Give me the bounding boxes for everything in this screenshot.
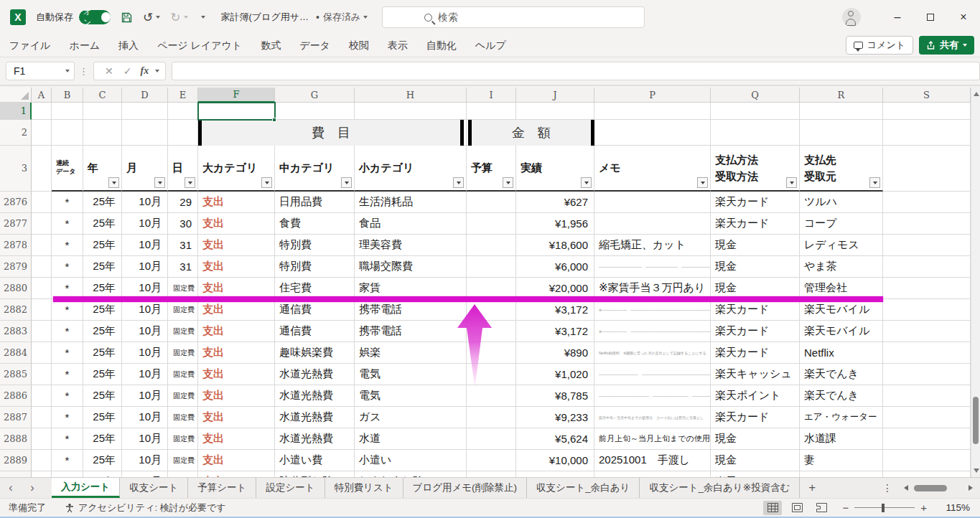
cell-cat1[interactable]: 支出 <box>198 385 275 407</box>
column-header-R[interactable]: R <box>800 88 883 103</box>
cell-memo[interactable] <box>594 471 711 477</box>
cell-budget[interactable] <box>467 213 516 235</box>
cell-month[interactable]: 10月 <box>122 213 168 235</box>
cell-payment-method[interactable]: 楽天キャッシュ <box>711 364 800 385</box>
header-memo[interactable]: メモ <box>594 146 711 192</box>
cell-A-2883[interactable] <box>32 321 52 342</box>
cell-month[interactable]: 10月 <box>122 428 168 450</box>
cell-cat3[interactable]: 携帯電話 <box>355 299 467 321</box>
sheet-tab-7[interactable]: 収支シート_余白あり <box>527 478 640 498</box>
cell-S-2882[interactable] <box>883 299 971 321</box>
tab-home[interactable]: ホーム <box>60 34 109 57</box>
cell-cat3[interactable]: 職場交際費 <box>355 256 467 278</box>
cell-S-2885[interactable] <box>883 364 971 385</box>
scroll-left-arrow-icon[interactable] <box>904 485 908 491</box>
cell-cat2[interactable]: 食費 <box>275 213 355 235</box>
cell-payee[interactable]: 水道課 <box>800 428 883 450</box>
cell-continuous-flag[interactable]: * <box>52 385 83 407</box>
tab-file[interactable]: ファイル <box>0 34 60 57</box>
cell-cat3[interactable]: 娯楽 <box>355 342 467 364</box>
cell-budget[interactable] <box>467 407 516 428</box>
cell-actual[interactable]: ¥9,233 <box>516 407 594 428</box>
row-header-2885[interactable]: 2885 <box>0 364 32 385</box>
row-header-2876[interactable]: 2876 <box>0 192 32 213</box>
cell-payment-method[interactable]: 現金 <box>711 450 800 471</box>
sheet-nav-left-arrow[interactable]: ‹ <box>0 478 22 498</box>
cell-cat1[interactable]: 支出 <box>198 213 275 235</box>
column-header-B[interactable]: B <box>52 88 83 103</box>
cell-year[interactable]: 25年 <box>83 407 122 428</box>
filter-button-Q[interactable] <box>786 177 797 188</box>
row-header-2888[interactable]: 2888 <box>0 428 32 450</box>
sheet-tab-4[interactable]: 設定シート <box>256 478 325 498</box>
vertical-scrollbar-thumb[interactable] <box>973 397 979 444</box>
cell-cat1[interactable]: 支出 <box>198 471 275 477</box>
cell-actual[interactable]: ¥627 <box>516 192 594 213</box>
cell-payment-method[interactable]: 楽天ポイント <box>711 385 800 407</box>
cell-continuous-flag[interactable] <box>52 471 83 477</box>
cell-continuous-flag[interactable]: * <box>52 428 83 450</box>
undo-button[interactable]: ↺ <box>143 10 160 25</box>
cell-C2[interactable] <box>83 120 122 146</box>
close-button[interactable]: × <box>947 0 980 34</box>
cell-cat3[interactable]: 個人年金保険 <box>355 471 467 477</box>
filter-button-R[interactable] <box>869 177 880 188</box>
cell-year[interactable]: 25年 <box>83 450 122 471</box>
header-renzoku-data[interactable]: 連続データ <box>52 146 83 192</box>
share-button[interactable]: 共有 <box>919 36 974 55</box>
cell-month[interactable]: 10月 <box>122 321 168 342</box>
header-cat3[interactable]: 小カテゴリ <box>355 146 467 192</box>
tab-view[interactable]: 表示 <box>378 34 417 57</box>
row-header-2886[interactable]: 2886 <box>0 385 32 407</box>
tab-automate[interactable]: 自動化 <box>417 34 466 57</box>
header-cat2[interactable]: 中カテゴリ <box>275 146 355 192</box>
cell-S-2888[interactable] <box>883 428 971 450</box>
filter-button-E[interactable] <box>185 177 195 188</box>
cell-J1[interactable] <box>516 103 594 120</box>
zoom-slider-thumb[interactable] <box>882 504 885 512</box>
row-header-2889[interactable]: 2889 <box>0 450 32 471</box>
cell-cat3[interactable]: 理美容費 <box>355 235 467 256</box>
cell-A[interactable] <box>32 146 52 192</box>
column-header-G[interactable]: G <box>275 88 355 103</box>
cell-continuous-flag[interactable]: * <box>52 299 83 321</box>
search-input[interactable] <box>438 11 610 23</box>
cell-cat2[interactable]: 特別費 <box>275 235 355 256</box>
cell-memo[interactable]: 縮毛矯正、カット <box>594 235 711 256</box>
restore-button[interactable] <box>914 0 947 34</box>
accessibility-status[interactable]: アクセシビリティ: 検討が必要です <box>65 501 226 514</box>
cell-memo[interactable] <box>594 213 711 235</box>
autosave-toggle[interactable]: オン <box>79 10 111 24</box>
header-month[interactable]: 月 <box>122 146 168 192</box>
cell-I1[interactable] <box>467 103 516 120</box>
cell-A-2880[interactable] <box>32 278 52 299</box>
cell-month[interactable]: 10月 <box>122 407 168 428</box>
cell-month[interactable]: 10月 <box>122 235 168 256</box>
cell-actual[interactable]: ¥10,000 <box>516 450 594 471</box>
cell-P2[interactable] <box>594 120 711 146</box>
cell-cat2[interactable]: 小遣い費 <box>275 450 355 471</box>
cell-actual[interactable]: ¥18,600 <box>516 235 594 256</box>
cell-payee[interactable]: やま茶 <box>800 256 883 278</box>
cell-month[interactable]: 10月 <box>122 256 168 278</box>
sheet-nav-right-arrow[interactable]: › <box>22 478 43 498</box>
column-header-S[interactable]: S <box>883 88 971 103</box>
cell-payment-method[interactable]: 現金 <box>711 256 800 278</box>
cell-day[interactable]: 固定費 <box>168 342 198 364</box>
column-header-F[interactable]: F <box>198 88 275 103</box>
header-cat1[interactable]: 大カテゴリ <box>198 146 275 192</box>
cell-R1[interactable] <box>800 103 883 120</box>
cell-cat1[interactable]: 支出 <box>198 321 275 342</box>
cell-cat3[interactable]: 携帯電話 <box>355 321 467 342</box>
cell-year[interactable]: 25年 <box>83 385 122 407</box>
page-break-view-button[interactable] <box>812 501 831 515</box>
tab-formulas[interactable]: 数式 <box>251 34 290 57</box>
name-box[interactable]: F1 <box>6 62 75 80</box>
cell-budget[interactable] <box>467 235 516 256</box>
column-header-H[interactable]: H <box>355 88 467 103</box>
row-header-2879[interactable]: 2879 <box>0 256 32 278</box>
filter-button-G[interactable] <box>341 177 352 188</box>
cell-year[interactable]: 25年 <box>83 321 122 342</box>
row-header-2890[interactable]: 2890 <box>0 471 32 477</box>
cell-B1[interactable] <box>52 103 83 120</box>
